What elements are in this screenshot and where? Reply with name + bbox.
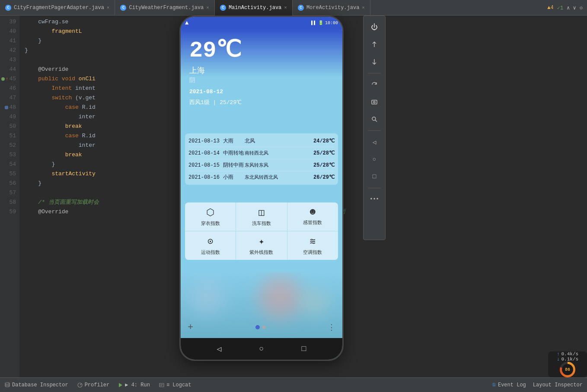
- tab-close-icon[interactable]: ×: [284, 5, 287, 10]
- add-button[interactable]: +: [188, 322, 193, 333]
- svg-point-4: [5, 383, 10, 384]
- more-dots-button[interactable]: ⋮: [328, 322, 335, 332]
- phone-status-bar: ▲ ▌▌ 🔋 10:00: [181, 17, 342, 29]
- index-cell-sports[interactable]: ⊙ 运动指数: [185, 231, 236, 260]
- status-bar: Database Inspector Profiler ▶ 4: Run ≡ L…: [0, 377, 587, 392]
- svg-marker-6: [119, 383, 122, 387]
- tab-lang-icon: C: [120, 5, 126, 11]
- tab-label: CityFragmentPagerAdapter.java: [14, 5, 104, 11]
- tab-main-activity[interactable]: C MainActivity.java ×: [215, 0, 293, 16]
- database-inspector-item[interactable]: Database Inspector: [4, 382, 68, 388]
- zoom-button[interactable]: [367, 111, 382, 127]
- svg-line-3: [375, 120, 377, 122]
- run-label: ▶ 4: Run: [125, 382, 150, 388]
- svg-rect-7: [160, 383, 164, 387]
- svg-point-2: [372, 117, 376, 120]
- back-nav-toolbar-button[interactable]: ◁: [367, 134, 382, 150]
- tab-city-fragment-pager-adapter[interactable]: C CityFragmentPagerAdapter.java ×: [0, 0, 115, 16]
- battery-icon: 🔋: [318, 20, 323, 25]
- toolbar-separator-2: [368, 130, 381, 131]
- tab-label: CityWeatherFragment.java: [129, 5, 204, 11]
- layout-inspector-item[interactable]: Layout Inspector: [533, 382, 583, 388]
- weather-desc: 阴: [189, 76, 334, 84]
- power-button[interactable]: ⏻: [367, 19, 382, 35]
- date-wind: 2021-08-12: [189, 89, 334, 95]
- index-cell-carwash[interactable]: ◫ 洗车指数: [236, 202, 287, 231]
- tab-close-icon[interactable]: ×: [362, 5, 365, 10]
- signal-icon: ▌▌: [311, 21, 316, 25]
- svg-rect-0: [372, 100, 377, 104]
- profiler-item[interactable]: Profiler: [77, 382, 110, 388]
- home-button[interactable]: ○: [259, 345, 264, 353]
- warning-badge[interactable]: ▲4: [547, 5, 553, 11]
- ac-icon: ≋: [310, 236, 316, 247]
- layout-inspector-label: Layout Inspector: [533, 382, 583, 388]
- rotate-button[interactable]: [367, 77, 382, 92]
- wind-info: 西风1级 | 25/29℃: [189, 98, 334, 106]
- tab-close-icon[interactable]: ×: [107, 5, 110, 10]
- nav-arrows[interactable]: ∧ ∨: [567, 5, 576, 11]
- index-label: 洗车指数: [252, 220, 271, 227]
- sports-icon: ⊙: [207, 236, 213, 247]
- down-arrow-icon: ↓: [557, 357, 560, 362]
- phone-screen: ▲ ▌▌ 🔋 10:00 29℃ 上海 阴 2021-08-12 西风1级 | …: [181, 17, 342, 360]
- database-icon: [4, 382, 10, 388]
- temperature-display: 29℃: [189, 36, 334, 63]
- toolbar-separator-3: [368, 188, 381, 188]
- toolbar-separator-1: [368, 73, 381, 73]
- run-item[interactable]: ▶ 4: Run: [118, 382, 150, 388]
- profiler-label: Profiler: [85, 382, 110, 388]
- bokeh-circle-2: [258, 276, 302, 319]
- database-inspector-label: Database Inspector: [12, 382, 68, 388]
- network-up-speed: ↑ 0.4k/s: [557, 351, 578, 357]
- tab-lang-icon: C: [220, 5, 226, 11]
- tab-more-activity[interactable]: C MoreActivity.java ×: [293, 0, 370, 16]
- tab-close-icon[interactable]: ×: [206, 5, 209, 10]
- forecast-table: 2021-08-13 大雨 北风 24/28℃ 2021-08-14 中雨转地 …: [185, 133, 338, 185]
- index-cell-uv[interactable]: ✦ 紫外线指数: [236, 231, 287, 260]
- top-right-indicators: ▲4 ✓1 ∧ ∨ ⚙: [547, 0, 587, 16]
- volume-up-button[interactable]: [367, 37, 382, 52]
- app-bottom-nav: + ⋮: [181, 316, 342, 338]
- run-icon: [118, 383, 123, 388]
- phone-status-right: ▌▌ 🔋 10:00: [311, 20, 338, 25]
- logcat-icon: [159, 382, 165, 388]
- settings-icon: ⚙: [580, 5, 583, 11]
- tab-city-weather-fragment[interactable]: C CityWeatherFragment.java ×: [115, 0, 214, 16]
- home-nav-toolbar-button[interactable]: ○: [367, 152, 382, 167]
- logcat-item[interactable]: ≡ Logcat: [159, 382, 191, 388]
- event-log-label: Event Log: [498, 382, 526, 388]
- uv-icon: ✦: [258, 236, 264, 247]
- event-log-item[interactable]: ① Event Log: [492, 382, 526, 388]
- battery-indicator: 86: [560, 362, 575, 377]
- index-cell-ac[interactable]: ≋ 空调指数: [287, 231, 338, 260]
- tab-lang-icon: C: [5, 5, 11, 11]
- phone-frame: ▲ ▌▌ 🔋 10:00 29℃ 上海 阴 2021-08-12 西风1级 | …: [179, 16, 344, 361]
- flu-icon: ☻: [310, 207, 316, 218]
- tab-label: MainActivity.java: [229, 5, 281, 11]
- carwash-icon: ◫: [258, 207, 264, 218]
- index-cell-flu[interactable]: ☻ 感冒指数: [287, 202, 338, 231]
- recents-nav-toolbar-button[interactable]: □: [367, 169, 382, 184]
- logcat-label: ≡ Logcat: [166, 382, 191, 388]
- index-cell-clothing[interactable]: ⬡ 穿衣指数: [185, 202, 236, 231]
- screenshot-button[interactable]: [367, 94, 382, 110]
- bokeh-circle-3: [302, 289, 328, 315]
- recents-button[interactable]: □: [302, 345, 306, 353]
- index-label: 紫外线指数: [249, 249, 273, 256]
- back-button[interactable]: ◁: [217, 344, 222, 354]
- index-label: 穿衣指数: [201, 220, 220, 227]
- volume-down-button[interactable]: [367, 54, 382, 70]
- ok-badge[interactable]: ✓1: [557, 5, 563, 11]
- battery-percentage: 86: [562, 364, 573, 375]
- tabs-bar: C CityFragmentPagerAdapter.java × C City…: [0, 0, 587, 16]
- profiler-icon: [77, 382, 83, 388]
- event-log-number: ①: [492, 382, 496, 388]
- more-toolbar-button[interactable]: •••: [367, 192, 382, 207]
- index-label: 空调指数: [303, 249, 322, 256]
- phone-nav-bar: ◁ ○ □: [181, 338, 342, 360]
- index-label: 运动指数: [201, 249, 220, 256]
- network-speed-widget: ↑ 0.4k/s ↓ 0.1k/s 86: [548, 351, 587, 377]
- clothing-icon: ⬡: [206, 207, 214, 218]
- network-down-speed: ↓ 0.1k/s: [557, 357, 578, 362]
